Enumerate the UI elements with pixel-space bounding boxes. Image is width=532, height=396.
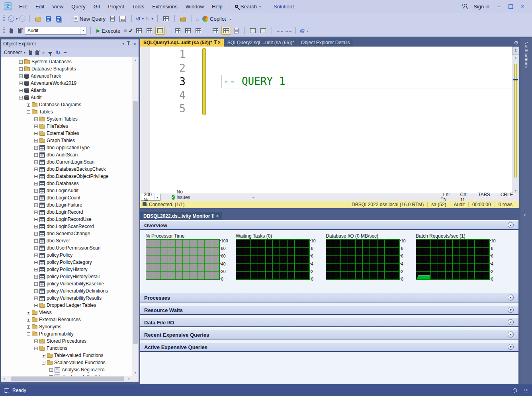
results-to-grid-button[interactable] (221, 27, 231, 35)
tree-item[interactable]: + AdventureWorks2019 (1, 80, 132, 87)
tree-item[interactable]: + External Tables (1, 130, 132, 137)
tree-expander[interactable]: + (34, 218, 38, 221)
tree-item[interactable]: + dbo.LoginScanRecord (1, 223, 132, 230)
tree-item[interactable]: + FileTables (1, 123, 132, 130)
tree-item[interactable]: + Dropped Ledger Tables (1, 302, 132, 309)
tree-item[interactable]: + dbo.LoginRecord (1, 209, 132, 216)
tree-expander[interactable]: + (27, 311, 30, 314)
tree-item[interactable]: + Stored Procedures (1, 337, 132, 345)
scroll-up-icon[interactable]: ▲ (512, 56, 519, 59)
menu-item[interactable]: Window (182, 1, 208, 12)
overview-section-header[interactable]: Overview ▲ (140, 221, 518, 230)
intellisense-toggle-button[interactable] (155, 27, 165, 35)
tree-item[interactable]: - Scalar-valued Functions (1, 359, 132, 366)
expand-chevron-icon[interactable]: ▼ (508, 332, 514, 337)
document-tab[interactable]: SQLQuery2.sql ...udit (sa (66))* × (224, 39, 297, 47)
splitter-handle-icon[interactable]: ⇕ (512, 47, 519, 55)
results-to-text-button[interactable] (211, 27, 220, 34)
section-header[interactable]: Processes ▼ (140, 293, 518, 302)
tree-item[interactable]: + dbo.DatabaseBackupCheck (1, 166, 132, 173)
undo-button[interactable]: ↺ (136, 16, 141, 21)
tree-expander[interactable]: + (34, 211, 38, 214)
tree-item[interactable]: - Tables (1, 108, 132, 115)
editor-vertical-scrollbar[interactable]: ⇕ ▲ ▼ (512, 47, 519, 193)
tab-list-dropdown-icon[interactable]: ▾ (524, 213, 526, 217)
tree-expander[interactable]: + (49, 368, 53, 372)
tree-item[interactable]: - Programmability (1, 330, 132, 337)
tree-expander[interactable]: + (34, 239, 38, 243)
back-dropdown-icon[interactable]: ▾ (16, 17, 18, 21)
scroll-left-icon[interactable]: ◂ (1, 376, 7, 382)
parse-button[interactable]: ✓ (129, 28, 133, 33)
tree-expander[interactable]: + (19, 60, 23, 64)
tree-item[interactable]: + policy.VulnerabilityResults (1, 295, 132, 302)
tree-expander[interactable]: + (34, 160, 38, 164)
tree-item[interactable]: + Atlantis (1, 87, 132, 94)
navigate-forward-button[interactable]: → (19, 16, 25, 22)
gear-icon[interactable]: ⚙ (514, 40, 518, 46)
activity-pulse-icon[interactable]: ~ (64, 50, 67, 55)
close-tab-icon[interactable]: × (216, 213, 219, 219)
resize-grip[interactable] (524, 388, 528, 392)
menu-item[interactable]: Query (67, 1, 89, 12)
include-actual-plan-button[interactable] (173, 27, 182, 34)
copilot-button[interactable]: Copilot (201, 15, 227, 23)
open-file-button[interactable] (34, 15, 43, 23)
tree-item[interactable]: + Graph Tables (1, 137, 132, 144)
tree-item[interactable]: + policy.PolicyHistoryDetail (1, 273, 132, 280)
new-query-button[interactable]: New Query (72, 15, 107, 23)
tree-expander[interactable]: + (19, 74, 23, 78)
connect-db-button[interactable] (8, 27, 15, 35)
minimize-button[interactable]: − (495, 3, 503, 10)
tree-item[interactable]: + dbo.LoginAudit (1, 187, 132, 194)
tree-item[interactable]: + policy.Policy (1, 252, 132, 259)
tab-list-dropdown-icon[interactable]: ▾ (508, 41, 510, 45)
tree-expander[interactable]: + (34, 254, 38, 257)
tree-item[interactable]: + dbo.LoginFailure (1, 201, 132, 209)
zoom-dropdown-icon[interactable]: ▾ (154, 194, 160, 200)
change-connection-button[interactable]: × (16, 27, 23, 35)
tree-expander[interactable]: + (34, 153, 38, 157)
collapse-chevron-icon[interactable]: ▲ (508, 222, 514, 228)
tree-expander[interactable]: + (27, 325, 30, 329)
navigate-back-button[interactable]: ← (8, 16, 14, 22)
tree-item[interactable]: + dbo.SchemaChange (1, 230, 132, 237)
document-tab[interactable]: Object Explorer Details × (298, 39, 353, 47)
increase-indent-button[interactable]: →≡ (285, 28, 291, 33)
window-position-icon[interactable]: ▾ (122, 42, 124, 46)
tree-item[interactable]: + dbo.LoginCount (1, 194, 132, 201)
tree-item[interactable]: + policy.PolicyHistory (1, 266, 132, 273)
tree-expander[interactable]: + (19, 67, 23, 71)
tree-item[interactable]: + dbo.Server (1, 237, 132, 244)
client-statistics-button[interactable] (194, 27, 203, 34)
tree-expander[interactable]: - (27, 110, 30, 114)
tree-expander[interactable]: + (34, 268, 38, 271)
stop-icon[interactable]: ■ (42, 50, 45, 55)
uncomment-button[interactable] (259, 27, 268, 34)
menu-item[interactable]: Git (90, 1, 104, 12)
undo-dropdown-icon[interactable]: ▾ (142, 17, 144, 21)
tree-item[interactable]: - Audit (1, 94, 132, 101)
tree-expander[interactable]: - (27, 332, 30, 336)
section-header[interactable]: Active Expensive Queries ▼ (140, 343, 518, 352)
tree-item[interactable]: + dbo.ApplicationType (1, 144, 132, 151)
zoom-combobox[interactable]: 200 % ▾ (141, 194, 160, 201)
expand-chevron-icon[interactable]: ▼ (508, 295, 514, 300)
save-all-button[interactable] (54, 15, 64, 23)
tree-item[interactable]: + Synonyms (1, 323, 132, 330)
menu-item[interactable]: Project (104, 1, 128, 12)
tree-expander[interactable]: - (42, 361, 45, 365)
activity-monitor-tab[interactable]: DBSQL2022.ds...ivity Monitor × (140, 212, 222, 220)
tree-item[interactable]: + policy.VulnerabilityBaseline (1, 280, 132, 287)
tree-expander[interactable]: + (34, 261, 38, 264)
redo-dropdown-icon[interactable]: ▾ (152, 17, 153, 21)
tree-item[interactable]: + External Resources (1, 316, 132, 323)
scrollbar-thumb[interactable] (133, 101, 138, 344)
expand-chevron-icon[interactable]: ▼ (508, 344, 514, 350)
query-designer-button[interactable] (162, 15, 170, 22)
menu-item[interactable]: View (48, 1, 67, 12)
tree-expander[interactable]: + (34, 275, 38, 279)
tree-item[interactable]: - Functions (1, 345, 132, 352)
tree-expander[interactable]: + (34, 246, 38, 250)
tree-item[interactable]: + dbo.DatabaseObjectPrivilege (1, 173, 132, 180)
